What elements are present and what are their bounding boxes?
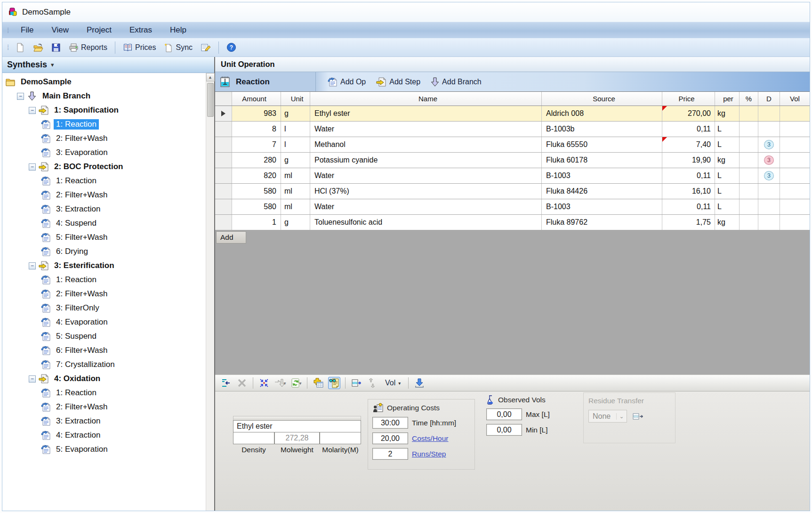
- tree-item-label[interactable]: 1: Reaction: [54, 388, 99, 398]
- cell-vol[interactable]: [780, 199, 810, 214]
- tree-item-label[interactable]: 6: Filter+Wash: [54, 345, 110, 356]
- cell-source[interactable]: Fluka 60178: [542, 153, 662, 168]
- collapse-button[interactable]: [258, 377, 270, 389]
- tree-item-label[interactable]: 2: Filter+Wash: [54, 133, 110, 144]
- cell-amount[interactable]: 580: [232, 199, 281, 214]
- tree-item[interactable]: 6: Drying: [2, 244, 206, 259]
- tree-item[interactable]: 2: Filter+Wash: [2, 400, 206, 414]
- runs-per-step-link[interactable]: Runs/Step: [412, 450, 446, 458]
- cell-source[interactable]: B-1003: [542, 168, 662, 183]
- tree-item[interactable]: − 3: Esterification: [2, 259, 206, 273]
- cell-source[interactable]: Fluka 89762: [542, 215, 662, 230]
- tree-item[interactable]: 2: Filter+Wash: [2, 287, 206, 301]
- menu-item[interactable]: Help: [161, 22, 195, 38]
- scroll-thumb[interactable]: [207, 83, 214, 117]
- header-d[interactable]: D: [758, 92, 780, 106]
- header-amount[interactable]: Amount: [232, 92, 281, 106]
- add-component-table-button[interactable]: [312, 377, 324, 389]
- cell-amount[interactable]: 1: [232, 215, 281, 230]
- tree-scrollbar[interactable]: ▲: [206, 73, 214, 511]
- molarity-field[interactable]: [320, 432, 361, 444]
- tree-item[interactable]: 3: Extraction: [2, 414, 206, 428]
- download-button[interactable]: [413, 377, 426, 389]
- cell-source[interactable]: B-1003: [542, 199, 662, 214]
- tree-item[interactable]: 7: Crystallization: [2, 358, 206, 372]
- delete-button[interactable]: [236, 377, 248, 389]
- min-field[interactable]: 0,00: [486, 424, 522, 436]
- cell-vol[interactable]: [780, 168, 810, 183]
- cell-percent[interactable]: [740, 215, 758, 230]
- row-selector[interactable]: [215, 137, 232, 152]
- cell-percent[interactable]: [740, 106, 758, 121]
- tree-item-label[interactable]: 5: Filter+Wash: [54, 232, 110, 243]
- row-selector[interactable]: [215, 215, 232, 230]
- tree-item-label[interactable]: 3: Extraction: [54, 416, 103, 426]
- cell-per[interactable]: L: [715, 137, 740, 152]
- runs-field[interactable]: 2: [372, 448, 408, 460]
- tree-item[interactable]: 1: Reaction: [2, 273, 206, 287]
- tree-item-label[interactable]: 4: Extraction: [54, 430, 103, 440]
- tree-item[interactable]: 3: FilterOnly: [2, 301, 206, 315]
- tree-item-label[interactable]: 2: BOC Protection: [52, 162, 125, 172]
- tree-item-label[interactable]: 3: Esterification: [52, 261, 117, 271]
- residue-filter-icon[interactable]: [632, 411, 644, 422]
- tree-item[interactable]: 5: Suspend: [2, 329, 206, 343]
- cell-amount[interactable]: 820: [232, 168, 281, 183]
- tree-item[interactable]: 6: Filter+Wash: [2, 343, 206, 358]
- tree-item[interactable]: 5: Filter+Wash: [2, 230, 206, 244]
- tree-item-label[interactable]: 3: Extraction: [54, 204, 103, 214]
- header-per[interactable]: per: [715, 92, 740, 106]
- cell-vol[interactable]: [780, 184, 810, 199]
- vol-dropdown[interactable]: Vol ▾: [382, 378, 403, 388]
- sync-button[interactable]: Sync: [161, 41, 195, 54]
- tree-item[interactable]: 4: Extraction: [2, 428, 206, 442]
- cell-vol[interactable]: [780, 137, 810, 152]
- cell-vol[interactable]: [780, 122, 810, 137]
- cell-percent[interactable]: [740, 153, 758, 168]
- tree-item-label[interactable]: 6: Drying: [54, 246, 90, 257]
- menu-item[interactable]: File: [12, 22, 42, 38]
- transfer-button[interactable]: [350, 377, 362, 389]
- max-field[interactable]: 0,00: [486, 408, 522, 420]
- header-vol[interactable]: Vol: [780, 92, 810, 106]
- add-step-button[interactable]: Add Step: [373, 75, 423, 89]
- tree-item-label[interactable]: 1: Reaction: [54, 176, 99, 186]
- help-button[interactable]: ?: [224, 41, 239, 54]
- tree-item[interactable]: − 1: Saponification: [2, 103, 206, 117]
- cell-unit[interactable]: g: [281, 153, 310, 168]
- tree-expander[interactable]: −: [29, 163, 36, 171]
- table-row[interactable]: 1 g Toluenesulfonic acid Fluka 89762 1,7…: [215, 215, 810, 230]
- tree-item[interactable]: 1: Reaction: [2, 386, 206, 400]
- cell-price[interactable]: 0,11: [662, 168, 715, 183]
- menu-item[interactable]: View: [42, 22, 78, 38]
- tree-item[interactable]: 4: Suspend: [2, 216, 206, 230]
- cell-price[interactable]: 16,10: [662, 184, 715, 199]
- cell-unit[interactable]: ml: [281, 168, 310, 183]
- sidebar-header[interactable]: Synthesis ▾: [2, 57, 214, 73]
- cell-d[interactable]: [758, 106, 780, 121]
- tree-item-label[interactable]: Main Branch: [40, 91, 93, 101]
- add-branch-button[interactable]: Add Branch: [428, 75, 484, 89]
- cell-name[interactable]: Ethyl ester: [310, 106, 542, 121]
- tree-item[interactable]: 4: Evaporation: [2, 315, 206, 329]
- cell-name[interactable]: Methanol: [310, 137, 542, 152]
- cell-vol[interactable]: [780, 153, 810, 168]
- cell-percent[interactable]: [740, 199, 758, 214]
- cell-name[interactable]: Toluenesulfonic acid: [310, 215, 542, 230]
- d-count-badge[interactable]: 3: [764, 155, 774, 165]
- cell-source[interactable]: B-1003b: [542, 122, 662, 137]
- tree-item-label[interactable]: 2: Filter+Wash: [54, 289, 110, 299]
- cell-amount[interactable]: 8: [232, 122, 281, 137]
- menu-item[interactable]: Extras: [121, 22, 161, 38]
- tree-item[interactable]: − Main Branch: [2, 89, 206, 103]
- cell-per[interactable]: L: [715, 199, 740, 214]
- cell-d[interactable]: 3: [758, 168, 780, 183]
- operation-tab[interactable]: Reaction: [215, 72, 316, 91]
- save-button[interactable]: [49, 41, 63, 54]
- cell-source[interactable]: Fluka 65550: [542, 137, 662, 152]
- header-price[interactable]: Price: [662, 92, 715, 106]
- tree-item-label[interactable]: DemoSample: [18, 77, 74, 87]
- row-selector[interactable]: [215, 168, 232, 183]
- menu-item[interactable]: Project: [78, 22, 121, 38]
- cell-percent[interactable]: [740, 184, 758, 199]
